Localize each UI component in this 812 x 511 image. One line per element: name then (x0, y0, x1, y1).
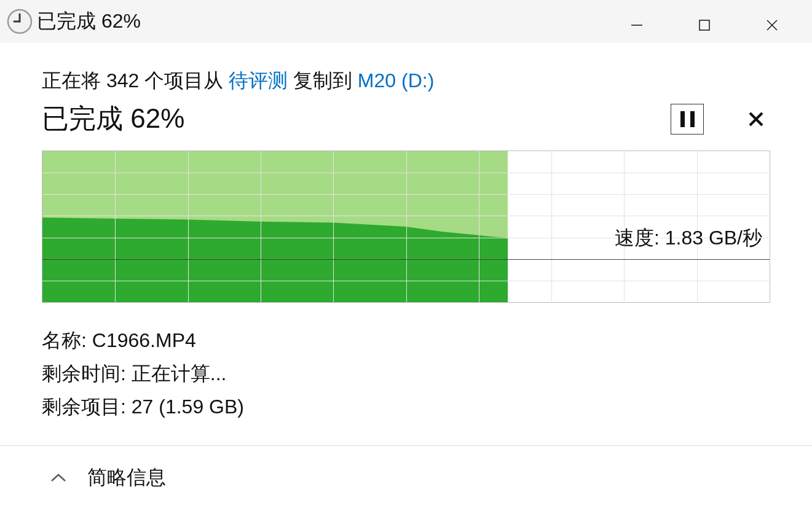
content: 正在将 342 个项目从 待评测 复制到 M20 (D:) 已完成 62% 速度… (0, 43, 812, 421)
svg-rect-4 (700, 20, 709, 30)
destination-link[interactable]: M20 (D:) (358, 69, 434, 92)
name-value: C1966.MP4 (92, 329, 196, 351)
minimize-icon (630, 18, 644, 32)
close-button[interactable] (738, 13, 806, 37)
pause-button[interactable] (671, 104, 704, 135)
copy-prefix: 正在将 342 个项目从 (42, 69, 229, 92)
footer: 简略信息 (0, 446, 812, 491)
cancel-icon (748, 111, 764, 127)
speed-label: 速度: 1.83 GB/秒 (615, 225, 762, 252)
progress-label: 已完成 62% (42, 101, 184, 137)
cancel-button[interactable] (747, 110, 765, 128)
source-link[interactable]: 待评测 (229, 69, 288, 92)
time-label: 剩余时间: (42, 362, 132, 384)
window-title: 已完成 62% (37, 8, 603, 35)
copy-middle: 复制到 (288, 69, 358, 92)
close-icon (765, 18, 779, 32)
detail-time-remaining: 剩余时间: 正在计算... (42, 361, 770, 388)
progress-row: 已完成 62% (42, 101, 770, 137)
minimize-button[interactable] (603, 13, 671, 37)
copy-description: 正在将 342 个项目从 待评测 复制到 M20 (D:) (42, 68, 770, 95)
time-value: 正在计算... (132, 362, 227, 384)
maximize-icon (698, 19, 711, 31)
speed-graph: 速度: 1.83 GB/秒 (42, 150, 770, 303)
window-controls (603, 3, 812, 40)
toggle-details-button[interactable] (50, 470, 66, 486)
maximize-button[interactable] (671, 13, 738, 37)
toggle-details-label[interactable]: 简略信息 (87, 464, 166, 491)
chevron-up-icon (50, 473, 66, 483)
progress-actions (671, 104, 770, 135)
clock-icon (6, 8, 33, 35)
detail-items-remaining: 剩余项目: 27 (1.59 GB) (42, 394, 770, 421)
details: 名称: C1966.MP4 剩余时间: 正在计算... 剩余项目: 27 (1.… (42, 327, 770, 421)
items-value: 27 (1.59 GB) (132, 396, 244, 418)
items-label: 剩余项目: (42, 396, 132, 418)
name-label: 名称: (42, 329, 92, 351)
detail-name: 名称: C1966.MP4 (42, 327, 770, 354)
pause-icon (680, 111, 685, 127)
titlebar: 已完成 62% (0, 0, 812, 43)
